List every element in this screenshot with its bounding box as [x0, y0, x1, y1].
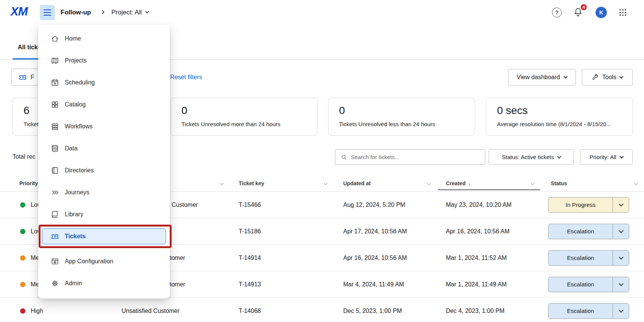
column-menu-chevron-icon[interactable] — [324, 181, 328, 185]
column-header-updated-at[interactable]: Updated at — [343, 180, 370, 186]
created-cell: Mar 1, 2024, 11:52 AM — [446, 255, 507, 261]
chevron-right-icon — [100, 10, 104, 14]
search-box[interactable] — [335, 149, 485, 165]
priority-dot — [20, 308, 25, 314]
directories-icon — [51, 166, 59, 175]
scheduling-icon — [51, 78, 59, 87]
menu-item-data[interactable]: Data — [38, 138, 170, 159]
column-header-ticket-key[interactable]: Ticket key — [239, 180, 264, 186]
filter-button-label: F — [31, 74, 34, 81]
updated-at-cell: Dec 5, 2023, 1:00 PM — [343, 308, 402, 314]
menu-item-projects[interactable]: Projects — [38, 50, 170, 72]
menu-item-catalog[interactable]: Catalog — [38, 94, 170, 116]
status-dropdown[interactable]: In Progress — [548, 197, 629, 213]
workflows-icon — [51, 122, 59, 131]
global-nav-menu: HomeProjectsSchedulingCatalogWorkflowsDa… — [38, 25, 170, 299]
column-header-status[interactable]: Status — [551, 180, 567, 186]
notification-count-badge: 4 — [580, 3, 588, 11]
menu-item-workflows[interactable]: Workflows — [38, 116, 170, 138]
status-label: Escalation — [549, 281, 613, 288]
chevron-down-icon — [619, 308, 624, 313]
menu-item-home[interactable]: Home — [38, 28, 170, 50]
view-dashboard-label: View dashboard — [517, 74, 560, 81]
stat-card: 0Tickets Unresolved more than 24 hours — [170, 98, 317, 136]
ticket-key-cell: T-14914 — [239, 255, 261, 261]
status-chevron-button[interactable] — [613, 250, 629, 265]
priority-dot — [20, 255, 25, 261]
chevron-down-icon — [619, 74, 624, 78]
app-root: All tickets F Reset filters View dashboa… — [0, 0, 644, 322]
menu-item-tickets[interactable]: Tickets — [38, 228, 170, 250]
menu-item-journeys[interactable]: Journeys — [38, 181, 170, 203]
app-config-icon — [51, 257, 59, 266]
table-row[interactable]: High Unsatisfied Customer T-14068 Dec 5,… — [0, 298, 644, 322]
ticket-key-cell: T-15466 — [239, 202, 261, 208]
help-button[interactable]: ? — [552, 8, 562, 17]
status-dropdown[interactable]: Escalation — [548, 224, 629, 239]
chevron-down-icon — [564, 74, 568, 78]
journeys-icon — [51, 188, 59, 197]
priority-dot — [20, 229, 25, 234]
stat-card: 0Tickets Unresolved less than 24 hours — [328, 98, 475, 136]
global-nav-hamburger-button[interactable] — [40, 5, 55, 20]
column-menu-chevron-icon[interactable] — [220, 181, 224, 185]
menu-item-library[interactable]: Library — [38, 203, 170, 225]
column-menu-chevron-icon[interactable] — [634, 181, 638, 185]
project-selector-label: Project: All — [111, 9, 142, 16]
status-chevron-button[interactable] — [613, 277, 629, 292]
status-filter-dropdown[interactable]: Status: Active tickets — [489, 149, 574, 165]
search-input[interactable] — [351, 154, 485, 160]
chevron-down-icon — [145, 10, 149, 14]
column-header-priority[interactable]: Priority — [19, 180, 38, 186]
tickets-icon — [51, 232, 59, 241]
stat-label: Tickets Unresolved more than 24 hours — [181, 121, 317, 127]
subject-cell: tomer — [170, 255, 185, 261]
stat-value: 0 secs — [497, 105, 633, 117]
subject-cell: Unsatisfied Customer — [122, 308, 180, 314]
ticket-key-cell: T-15186 — [239, 228, 261, 235]
notifications-button[interactable]: 4 — [573, 7, 584, 18]
ticket-key-cell: T-14068 — [239, 308, 261, 314]
priority-dot — [20, 202, 25, 208]
admin-icon — [51, 279, 59, 288]
updated-at-cell: Apr 17, 2024, 10:56 AM — [343, 228, 407, 235]
stat-label: Tickets Unresolved less than 24 hours — [339, 121, 475, 127]
priority-filter-dropdown[interactable]: Priority: All — [580, 149, 633, 165]
reset-filters-link[interactable]: Reset filters — [170, 69, 202, 86]
topbar: XM Follow-up Project: All ? 4 K — [0, 0, 644, 25]
status-chevron-button[interactable] — [613, 197, 629, 212]
status-chevron-button[interactable] — [613, 224, 629, 239]
sort-descending-icon: ↓ — [468, 181, 471, 186]
menu-item-scheduling[interactable]: Scheduling — [38, 72, 170, 94]
menu-item-directories[interactable]: Directories — [38, 159, 170, 181]
status-label: Escalation — [549, 308, 613, 314]
status-dropdown[interactable]: Escalation — [548, 303, 629, 319]
project-selector-dropdown[interactable]: Project: All — [111, 0, 148, 25]
updated-at-cell: Apr 16, 2024, 10:56 AM — [343, 255, 407, 261]
tools-button[interactable]: Tools — [582, 69, 633, 86]
subject-cell: Customer — [172, 202, 198, 208]
subject-cell: tomer — [170, 281, 185, 288]
ticket-key-cell: T-14913 — [239, 281, 261, 288]
priority-dot — [20, 282, 25, 287]
status-label: Escalation — [549, 228, 613, 235]
status-filter-label: Status: Active tickets — [502, 154, 554, 160]
tools-label: Tools — [602, 74, 616, 81]
menu-item-admin[interactable]: Admin — [38, 272, 170, 294]
menu-item-app-configuration[interactable]: App Configuration — [38, 250, 170, 272]
xm-logo: XM — [11, 5, 28, 19]
column-menu-chevron-icon[interactable] — [427, 181, 431, 185]
column-header-created[interactable]: Created ↓ — [446, 180, 471, 186]
view-dashboard-button[interactable]: View dashboard — [508, 69, 576, 86]
chevron-down-icon — [557, 154, 561, 158]
avatar[interactable]: K — [596, 7, 607, 18]
status-dropdown[interactable]: Escalation — [548, 277, 629, 292]
column-menu-chevron-icon[interactable] — [531, 181, 535, 185]
updated-at-cell: Mar 4, 2024, 11:49 AM — [343, 281, 404, 288]
status-dropdown[interactable]: Escalation — [548, 250, 629, 266]
status-chevron-button[interactable] — [613, 303, 629, 318]
breadcrumb-section-label: Follow-up — [61, 0, 91, 25]
apps-grid-button[interactable] — [618, 8, 627, 17]
chevron-down-icon — [619, 228, 624, 233]
stat-value: 0 — [339, 105, 475, 117]
